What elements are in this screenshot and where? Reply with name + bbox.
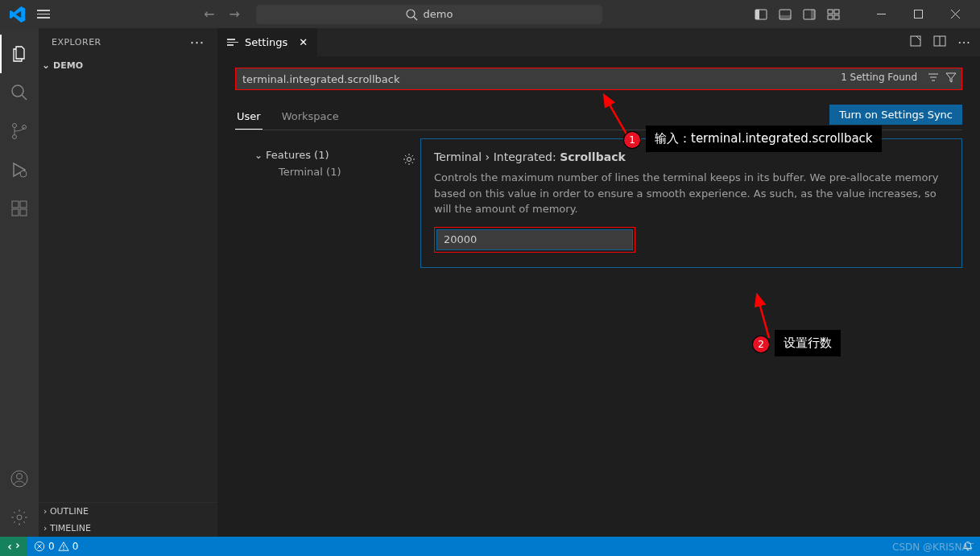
- svg-line-17: [22, 95, 27, 100]
- activity-extensions[interactable]: [0, 189, 39, 228]
- activity-run-debug[interactable]: [0, 150, 39, 189]
- svg-line-37: [757, 294, 769, 338]
- setting-description: Controls the maximum number of lines the…: [434, 170, 949, 217]
- nav-back-icon[interactable]: ←: [204, 6, 214, 22]
- settings-found-count: 1 Setting Found: [841, 72, 917, 83]
- tab-label: Settings: [245, 36, 287, 48]
- editor-area: Settings ✕ ⋯ 1 Setting Found: [217, 28, 980, 537]
- svg-point-18: [13, 124, 17, 128]
- activity-source-control[interactable]: [0, 112, 39, 150]
- svg-point-0: [407, 10, 415, 18]
- svg-rect-24: [20, 209, 27, 216]
- annotation-badge-2: 2: [753, 336, 769, 352]
- timeline-section[interactable]: › TIMELINE: [39, 520, 217, 537]
- annotation-text-2: 设置行数: [775, 330, 841, 356]
- svg-rect-23: [12, 209, 19, 216]
- settings-tab-icon: [227, 39, 238, 46]
- settings-toc: ⌄ Features (1) Terminal (1): [235, 138, 420, 268]
- filter-icon[interactable]: [945, 71, 957, 84]
- hamburger-menu-icon[interactable]: [35, 6, 52, 23]
- svg-rect-5: [779, 15, 791, 19]
- svg-point-42: [63, 549, 64, 550]
- layout-customize-icon[interactable]: [827, 8, 840, 21]
- svg-rect-25: [20, 201, 27, 208]
- gear-icon: [10, 508, 29, 527]
- close-tab-icon[interactable]: ✕: [299, 36, 308, 48]
- chevron-right-icon: ›: [43, 523, 47, 533]
- command-center[interactable]: demo: [256, 5, 602, 24]
- search-icon: [10, 83, 29, 102]
- nav-forward-icon[interactable]: →: [229, 6, 240, 22]
- scope-workspace-tab[interactable]: Workspace: [280, 105, 341, 129]
- chevron-down-icon: ⌄: [42, 60, 50, 71]
- svg-rect-3: [755, 10, 759, 19]
- extensions-icon: [10, 199, 29, 218]
- svg-rect-10: [828, 15, 833, 19]
- activity-settings[interactable]: [0, 498, 39, 537]
- settings-sync-button[interactable]: Turn on Settings Sync: [829, 105, 962, 125]
- debug-icon: [10, 160, 29, 179]
- titlebar: ← → demo: [0, 0, 980, 28]
- window-maximize-button[interactable]: [899, 0, 937, 28]
- activity-explorer[interactable]: [0, 35, 39, 73]
- window-minimize-button[interactable]: [862, 0, 899, 28]
- svg-point-19: [13, 135, 17, 139]
- annotation-badge-1: 1: [624, 132, 640, 148]
- svg-rect-7: [811, 10, 815, 19]
- folder-header[interactable]: ⌄ DEMO: [39, 58, 217, 72]
- problems-button[interactable]: 0 0: [27, 537, 85, 556]
- remote-button[interactable]: [0, 537, 27, 556]
- svg-rect-13: [914, 10, 922, 19]
- tab-settings[interactable]: Settings ✕: [217, 28, 317, 56]
- scrollback-value-input[interactable]: [436, 229, 633, 250]
- tabs-row: Settings ✕ ⋯: [217, 28, 980, 56]
- open-settings-json-icon[interactable]: [909, 35, 922, 47]
- watermark: CSDN @KRISNAT: [892, 542, 974, 553]
- account-icon: [10, 469, 29, 488]
- folder-name: DEMO: [53, 60, 83, 71]
- sidebar-more-icon[interactable]: ⋯: [190, 34, 205, 51]
- svg-point-28: [17, 515, 22, 520]
- svg-point-16: [12, 85, 23, 97]
- command-center-text: demo: [423, 8, 453, 20]
- clear-search-icon[interactable]: [927, 71, 940, 84]
- svg-line-36: [604, 95, 628, 137]
- svg-point-21: [20, 171, 27, 177]
- setting-scrollback-card: Terminal › Integrated: Scrollback Contro…: [420, 138, 962, 268]
- svg-point-35: [407, 158, 411, 162]
- outline-section[interactable]: › OUTLINE: [39, 503, 217, 520]
- settings-body: 1 Setting Found User Workspace Turn on S…: [217, 56, 980, 537]
- activity-bar: [0, 28, 39, 537]
- svg-rect-12: [877, 14, 886, 14]
- toc-terminal[interactable]: Terminal (1): [235, 163, 420, 180]
- chevron-down-icon: ⌄: [254, 150, 263, 161]
- more-actions-icon[interactable]: ⋯: [957, 35, 970, 50]
- svg-rect-8: [828, 10, 833, 14]
- window-close-button[interactable]: [937, 0, 974, 28]
- svg-rect-11: [834, 15, 839, 19]
- activity-search[interactable]: [0, 73, 39, 112]
- gear-icon[interactable]: [403, 153, 416, 166]
- svg-point-27: [17, 474, 23, 480]
- layout-sidebar-left-icon[interactable]: [755, 8, 767, 21]
- files-icon: [10, 44, 29, 64]
- explorer-sidebar: EXPLORER ⋯ ⌄ DEMO › OUTLINE › TIMELINE: [39, 28, 217, 537]
- layout-sidebar-right-icon[interactable]: [803, 8, 816, 21]
- svg-line-1: [414, 17, 417, 20]
- warning-icon: [58, 541, 69, 552]
- toc-features[interactable]: ⌄ Features (1): [235, 146, 420, 163]
- search-icon: [405, 8, 418, 21]
- split-editor-icon[interactable]: [933, 35, 946, 47]
- annotation-text-1: 输入：terminal.integrated.scrollback: [646, 126, 882, 152]
- setting-title: Terminal › Integrated: Scrollback: [434, 150, 949, 163]
- status-bar: 0 0: [0, 537, 980, 556]
- vscode-logo-icon: [10, 6, 26, 23]
- chevron-right-icon: ›: [43, 506, 47, 517]
- activity-accounts[interactable]: [0, 459, 39, 498]
- scope-user-tab[interactable]: User: [235, 105, 263, 130]
- error-icon: [34, 541, 45, 552]
- svg-rect-9: [834, 10, 839, 14]
- layout-panel-icon[interactable]: [779, 8, 792, 21]
- sidebar-title: EXPLORER: [52, 37, 101, 47]
- remote-icon: [8, 541, 19, 552]
